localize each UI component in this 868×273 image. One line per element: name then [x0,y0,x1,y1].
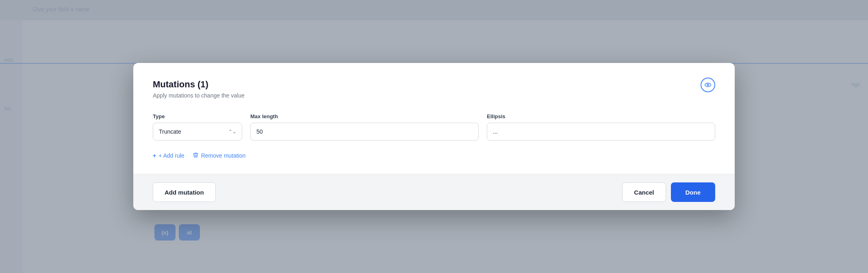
ellipsis-label: Ellipsis [487,113,715,119]
svg-point-1 [707,84,709,86]
modal-title: Mutations (1) [153,79,715,90]
footer-right-actions: Cancel Done [622,182,715,202]
maxlength-input[interactable] [250,123,479,141]
type-select[interactable]: Truncate Replace Uppercase Lowercase Tri… [153,123,242,141]
modal-subtitle: Apply mutations to change the value [153,92,715,99]
ellipsis-field-group: Ellipsis [487,113,715,141]
mutations-modal: Mutations (1) Apply mutations to change … [133,63,735,210]
maxlength-label: Max length [250,113,479,119]
add-rule-button[interactable]: + + Add rule [153,152,184,159]
add-rule-label: + Add rule [158,152,184,159]
remove-mutation-button[interactable]: Remove mutation [193,152,246,159]
trash-icon [193,152,199,159]
cancel-button[interactable]: Cancel [622,182,666,202]
type-field-group: Type Truncate Replace Uppercase Lowercas… [153,113,242,141]
add-mutation-button[interactable]: Add mutation [153,182,216,202]
modal-footer: Add mutation Cancel Done [133,174,735,210]
maxlength-field-group: Max length [250,113,479,141]
remove-mutation-label: Remove mutation [201,152,246,159]
modal-body: Mutations (1) Apply mutations to change … [133,63,735,174]
svg-point-0 [705,83,711,87]
type-select-wrapper: Truncate Replace Uppercase Lowercase Tri… [153,123,242,141]
done-button[interactable]: Done [671,182,716,202]
type-label: Type [153,113,242,119]
modal-overlay: Mutations (1) Apply mutations to change … [0,0,868,273]
plus-icon: + [153,152,156,159]
fields-row: Type Truncate Replace Uppercase Lowercas… [153,113,715,141]
eye-icon [704,81,712,89]
modal-header: Mutations (1) Apply mutations to change … [153,79,715,99]
preview-button[interactable] [701,78,715,92]
ellipsis-input[interactable] [487,123,715,141]
actions-row: + + Add rule Remove mutation [153,152,715,159]
